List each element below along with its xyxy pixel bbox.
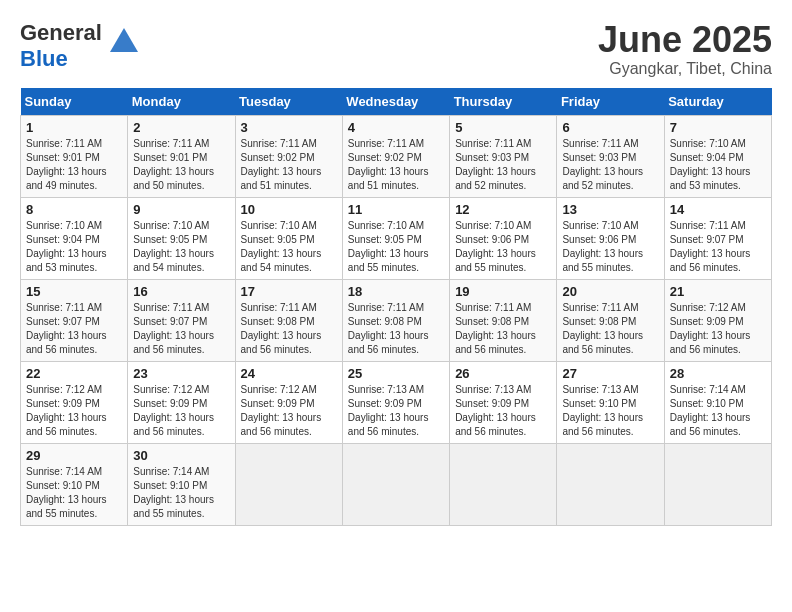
day-info: Sunrise: 7:11 AMSunset: 9:07 PMDaylight:… — [670, 219, 766, 275]
day-info: Sunrise: 7:13 AMSunset: 9:10 PMDaylight:… — [562, 383, 658, 439]
day-number: 8 — [26, 202, 122, 217]
logo: General Blue — [20, 20, 142, 72]
day-number: 6 — [562, 120, 658, 135]
logo-general: General — [20, 20, 102, 45]
day-info: Sunrise: 7:10 AMSunset: 9:04 PMDaylight:… — [670, 137, 766, 193]
day-info: Sunrise: 7:10 AMSunset: 9:05 PMDaylight:… — [348, 219, 444, 275]
day-number: 10 — [241, 202, 337, 217]
day-number: 17 — [241, 284, 337, 299]
calendar-cell: 7Sunrise: 7:10 AMSunset: 9:04 PMDaylight… — [664, 115, 771, 197]
day-number: 13 — [562, 202, 658, 217]
calendar-table: SundayMondayTuesdayWednesdayThursdayFrid… — [20, 88, 772, 526]
calendar-cell: 3Sunrise: 7:11 AMSunset: 9:02 PMDaylight… — [235, 115, 342, 197]
calendar-week-row: 29Sunrise: 7:14 AMSunset: 9:10 PMDayligh… — [21, 443, 772, 525]
day-header-monday: Monday — [128, 88, 235, 116]
month-title: June 2025 — [598, 20, 772, 60]
day-info: Sunrise: 7:11 AMSunset: 9:08 PMDaylight:… — [562, 301, 658, 357]
calendar-cell: 1Sunrise: 7:11 AMSunset: 9:01 PMDaylight… — [21, 115, 128, 197]
day-info: Sunrise: 7:13 AMSunset: 9:09 PMDaylight:… — [348, 383, 444, 439]
day-number: 22 — [26, 366, 122, 381]
day-number: 11 — [348, 202, 444, 217]
day-info: Sunrise: 7:11 AMSunset: 9:03 PMDaylight:… — [562, 137, 658, 193]
calendar-cell: 8Sunrise: 7:10 AMSunset: 9:04 PMDaylight… — [21, 197, 128, 279]
calendar-cell — [664, 443, 771, 525]
calendar-cell: 26Sunrise: 7:13 AMSunset: 9:09 PMDayligh… — [450, 361, 557, 443]
day-info: Sunrise: 7:11 AMSunset: 9:07 PMDaylight:… — [26, 301, 122, 357]
day-number: 23 — [133, 366, 229, 381]
location-title: Gyangkar, Tibet, China — [598, 60, 772, 78]
day-number: 7 — [670, 120, 766, 135]
calendar-cell: 17Sunrise: 7:11 AMSunset: 9:08 PMDayligh… — [235, 279, 342, 361]
day-number: 29 — [26, 448, 122, 463]
calendar-cell: 11Sunrise: 7:10 AMSunset: 9:05 PMDayligh… — [342, 197, 449, 279]
calendar-cell: 12Sunrise: 7:10 AMSunset: 9:06 PMDayligh… — [450, 197, 557, 279]
calendar-cell: 5Sunrise: 7:11 AMSunset: 9:03 PMDaylight… — [450, 115, 557, 197]
title-block: June 2025 Gyangkar, Tibet, China — [598, 20, 772, 78]
day-info: Sunrise: 7:10 AMSunset: 9:06 PMDaylight:… — [562, 219, 658, 275]
calendar-week-row: 15Sunrise: 7:11 AMSunset: 9:07 PMDayligh… — [21, 279, 772, 361]
calendar-header-row: SundayMondayTuesdayWednesdayThursdayFrid… — [21, 88, 772, 116]
day-info: Sunrise: 7:10 AMSunset: 9:04 PMDaylight:… — [26, 219, 122, 275]
calendar-cell: 15Sunrise: 7:11 AMSunset: 9:07 PMDayligh… — [21, 279, 128, 361]
calendar-cell: 24Sunrise: 7:12 AMSunset: 9:09 PMDayligh… — [235, 361, 342, 443]
day-info: Sunrise: 7:11 AMSunset: 9:01 PMDaylight:… — [133, 137, 229, 193]
day-number: 15 — [26, 284, 122, 299]
day-header-tuesday: Tuesday — [235, 88, 342, 116]
calendar-cell: 27Sunrise: 7:13 AMSunset: 9:10 PMDayligh… — [557, 361, 664, 443]
day-info: Sunrise: 7:12 AMSunset: 9:09 PMDaylight:… — [670, 301, 766, 357]
day-header-wednesday: Wednesday — [342, 88, 449, 116]
day-number: 30 — [133, 448, 229, 463]
day-number: 18 — [348, 284, 444, 299]
calendar-cell: 30Sunrise: 7:14 AMSunset: 9:10 PMDayligh… — [128, 443, 235, 525]
logo-icon — [106, 24, 142, 60]
calendar-cell: 10Sunrise: 7:10 AMSunset: 9:05 PMDayligh… — [235, 197, 342, 279]
calendar-cell — [235, 443, 342, 525]
day-info: Sunrise: 7:11 AMSunset: 9:08 PMDaylight:… — [455, 301, 551, 357]
day-number: 1 — [26, 120, 122, 135]
calendar-week-row: 22Sunrise: 7:12 AMSunset: 9:09 PMDayligh… — [21, 361, 772, 443]
day-info: Sunrise: 7:14 AMSunset: 9:10 PMDaylight:… — [133, 465, 229, 521]
page-header: General Blue June 2025 Gyangkar, Tibet, … — [20, 20, 772, 78]
calendar-week-row: 1Sunrise: 7:11 AMSunset: 9:01 PMDaylight… — [21, 115, 772, 197]
calendar-cell — [450, 443, 557, 525]
calendar-cell: 29Sunrise: 7:14 AMSunset: 9:10 PMDayligh… — [21, 443, 128, 525]
logo-blue: Blue — [20, 46, 68, 71]
day-header-friday: Friday — [557, 88, 664, 116]
day-info: Sunrise: 7:12 AMSunset: 9:09 PMDaylight:… — [241, 383, 337, 439]
day-info: Sunrise: 7:10 AMSunset: 9:05 PMDaylight:… — [133, 219, 229, 275]
day-number: 26 — [455, 366, 551, 381]
day-number: 12 — [455, 202, 551, 217]
day-number: 2 — [133, 120, 229, 135]
calendar-cell: 19Sunrise: 7:11 AMSunset: 9:08 PMDayligh… — [450, 279, 557, 361]
day-number: 14 — [670, 202, 766, 217]
day-number: 21 — [670, 284, 766, 299]
day-number: 27 — [562, 366, 658, 381]
day-info: Sunrise: 7:11 AMSunset: 9:03 PMDaylight:… — [455, 137, 551, 193]
calendar-cell: 6Sunrise: 7:11 AMSunset: 9:03 PMDaylight… — [557, 115, 664, 197]
day-info: Sunrise: 7:11 AMSunset: 9:07 PMDaylight:… — [133, 301, 229, 357]
day-info: Sunrise: 7:11 AMSunset: 9:01 PMDaylight:… — [26, 137, 122, 193]
day-number: 28 — [670, 366, 766, 381]
day-info: Sunrise: 7:14 AMSunset: 9:10 PMDaylight:… — [670, 383, 766, 439]
day-number: 4 — [348, 120, 444, 135]
day-number: 19 — [455, 284, 551, 299]
calendar-cell: 23Sunrise: 7:12 AMSunset: 9:09 PMDayligh… — [128, 361, 235, 443]
day-info: Sunrise: 7:13 AMSunset: 9:09 PMDaylight:… — [455, 383, 551, 439]
calendar-cell: 16Sunrise: 7:11 AMSunset: 9:07 PMDayligh… — [128, 279, 235, 361]
day-number: 25 — [348, 366, 444, 381]
day-info: Sunrise: 7:11 AMSunset: 9:02 PMDaylight:… — [348, 137, 444, 193]
calendar-cell: 25Sunrise: 7:13 AMSunset: 9:09 PMDayligh… — [342, 361, 449, 443]
day-info: Sunrise: 7:14 AMSunset: 9:10 PMDaylight:… — [26, 465, 122, 521]
day-header-sunday: Sunday — [21, 88, 128, 116]
calendar-cell: 20Sunrise: 7:11 AMSunset: 9:08 PMDayligh… — [557, 279, 664, 361]
calendar-week-row: 8Sunrise: 7:10 AMSunset: 9:04 PMDaylight… — [21, 197, 772, 279]
day-info: Sunrise: 7:11 AMSunset: 9:08 PMDaylight:… — [348, 301, 444, 357]
day-info: Sunrise: 7:12 AMSunset: 9:09 PMDaylight:… — [133, 383, 229, 439]
day-number: 5 — [455, 120, 551, 135]
day-header-saturday: Saturday — [664, 88, 771, 116]
svg-marker-0 — [110, 28, 138, 52]
logo-text: General Blue — [20, 20, 102, 72]
calendar-cell: 13Sunrise: 7:10 AMSunset: 9:06 PMDayligh… — [557, 197, 664, 279]
calendar-cell: 28Sunrise: 7:14 AMSunset: 9:10 PMDayligh… — [664, 361, 771, 443]
calendar-cell: 18Sunrise: 7:11 AMSunset: 9:08 PMDayligh… — [342, 279, 449, 361]
